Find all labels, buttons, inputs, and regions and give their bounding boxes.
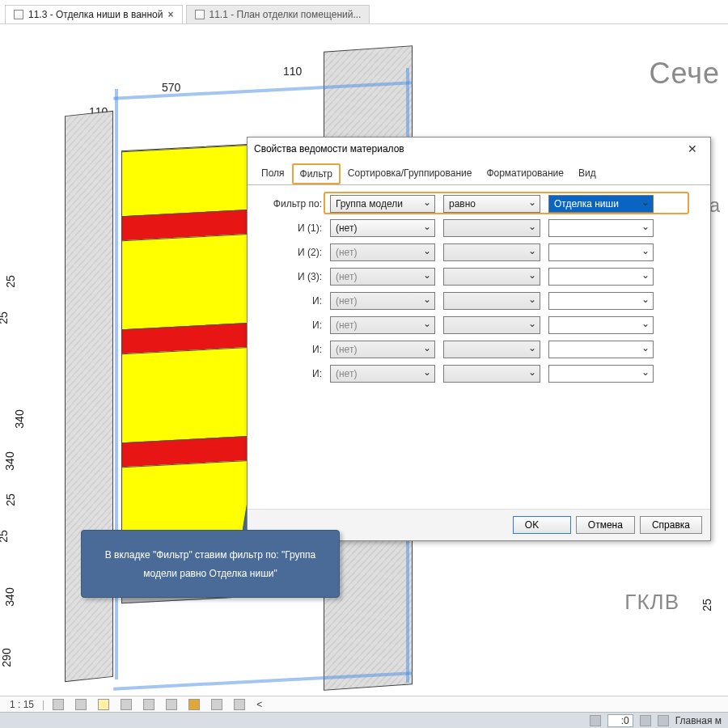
tab-sort[interactable]: Сортировка/Группирование: [341, 163, 480, 184]
filter-value-select[interactable]: [548, 219, 654, 237]
filter-label: И (3):: [259, 271, 322, 282]
dim-label: 25: [4, 275, 17, 288]
filter-row-4: И: (нет): [259, 292, 699, 310]
filter-row-6: И: (нет): [259, 341, 699, 358]
tab-view[interactable]: Вид: [571, 163, 603, 184]
dialog-tabs: Поля Фильтр Сортировка/Группирование Фор…: [248, 160, 710, 185]
filter-value-select[interactable]: [548, 365, 654, 383]
filter-op-select[interactable]: [443, 243, 540, 261]
status-bar: :0 Главная м: [0, 712, 728, 728]
filter-value-select[interactable]: [548, 243, 654, 261]
tab-filter[interactable]: Фильтр: [292, 163, 341, 184]
filter-field-select[interactable]: (нет): [330, 243, 435, 261]
bg-text: Сече: [649, 57, 720, 91]
help-button[interactable]: Справка: [640, 516, 702, 534]
dim-label: 25: [4, 493, 17, 506]
filter-panel: Фильтр по: Группа модели равно Отделка н…: [248, 185, 710, 509]
filter-row-7: И: (нет): [259, 365, 699, 383]
dim-label: 25: [0, 530, 10, 543]
doc-tab-label: 11.1 - План отделки помещений...: [210, 9, 362, 20]
filter-field-select[interactable]: (нет): [330, 292, 435, 310]
filter-op-select[interactable]: [443, 341, 540, 358]
filter-field-select[interactable]: (нет): [330, 365, 435, 383]
doc-tab-active[interactable]: 11.3 - Отделка ниши в ванной ×: [5, 5, 183, 23]
filter-field-select[interactable]: (нет): [330, 316, 435, 334]
sun-path-icon[interactable]: [95, 699, 112, 710]
tab-fields[interactable]: Поля: [254, 163, 292, 184]
filter-op-select[interactable]: равно: [443, 195, 540, 213]
dim-label: 290: [0, 648, 13, 667]
drawing-canvas[interactable]: Сече ка ГКЛВ 570 110 110 25 25 340 340 2…: [0, 24, 728, 696]
filter-op-select[interactable]: [443, 292, 540, 310]
select-icon[interactable]: [590, 715, 601, 726]
filter-op-select[interactable]: [443, 316, 540, 334]
temporary-hide-icon[interactable]: [208, 699, 226, 710]
workset-icon[interactable]: [658, 715, 669, 726]
crop-show-icon[interactable]: [163, 699, 180, 710]
dialog-title: Свойства ведомости материалов: [254, 143, 404, 154]
bg-text: ГКЛВ: [624, 590, 679, 615]
dim-label: 340: [3, 587, 16, 606]
doc-tab-label: 11.3 - Отделка ниши в ванной: [28, 9, 163, 20]
annotation-callout: В вкладке "Фильтр" ставим фильтр по: "Гр…: [81, 530, 340, 598]
view-scale[interactable]: 1 : 15: [6, 699, 37, 710]
filter-row-1: И (1): (нет): [259, 219, 699, 237]
reveal-icon[interactable]: [231, 699, 248, 710]
filter-field-select[interactable]: (нет): [330, 219, 435, 237]
dialog-titlebar[interactable]: Свойства ведомости материалов ✕: [248, 138, 710, 160]
filter-label: И:: [259, 368, 322, 379]
shadows-icon[interactable]: [117, 699, 135, 710]
filter-label: И (2):: [259, 247, 322, 258]
cancel-button[interactable]: Отмена: [576, 516, 635, 534]
detail-level-icon[interactable]: [49, 699, 67, 710]
dim-label: 25: [700, 599, 713, 612]
filter-value-select[interactable]: [548, 341, 654, 358]
ok-button[interactable]: OK: [513, 516, 571, 534]
filter-row-3: И (3): (нет): [259, 268, 699, 286]
close-icon[interactable]: ×: [168, 9, 174, 20]
filter-row-2: И (2): (нет): [259, 243, 699, 261]
filter-label: Фильтр по:: [259, 198, 322, 210]
filter-field-select[interactable]: (нет): [330, 341, 435, 358]
filter-icon[interactable]: [640, 715, 651, 726]
filter-field-select[interactable]: (нет): [330, 268, 435, 286]
view-control-bar: 1 : 15 | <: [0, 696, 728, 712]
status-label: Главная м: [675, 715, 722, 726]
dim-label: 25: [0, 311, 10, 324]
filter-op-select[interactable]: [443, 219, 540, 237]
doc-icon: [195, 10, 205, 19]
doc-icon: [14, 10, 23, 19]
dim-label: 340: [3, 451, 16, 470]
doc-tab-inactive[interactable]: 11.1 - План отделки помещений...: [186, 5, 370, 23]
lock-icon[interactable]: [185, 699, 203, 710]
filter-label: И:: [259, 295, 322, 307]
filter-value-select[interactable]: [548, 268, 654, 286]
visual-style-icon[interactable]: [72, 699, 90, 710]
filter-op-select[interactable]: [443, 268, 540, 286]
document-tabs: 11.3 - Отделка ниши в ванной × 11.1 - Пл…: [0, 0, 728, 24]
schedule-properties-dialog: Свойства ведомости материалов ✕ Поля Фил…: [247, 137, 711, 541]
callout-text: В вкладке "Фильтр" ставим фильтр по: "Гр…: [105, 549, 316, 579]
chevron-icon[interactable]: <: [253, 699, 265, 710]
filter-label: И (1):: [259, 222, 322, 234]
filter-label: И:: [259, 320, 322, 331]
close-icon[interactable]: ✕: [681, 142, 704, 155]
filter-field-select[interactable]: Группа модели: [330, 195, 435, 213]
filter-row-5: И: (нет): [259, 316, 699, 334]
filter-value-select[interactable]: [548, 316, 654, 334]
filter-label: И:: [259, 344, 322, 355]
tab-format[interactable]: Форматирование: [479, 163, 571, 184]
filter-value-select[interactable]: [548, 292, 654, 310]
selection-count[interactable]: :0: [607, 714, 633, 727]
dim-label: 340: [13, 409, 26, 428]
filter-op-select[interactable]: [443, 365, 540, 383]
crop-icon[interactable]: [140, 699, 158, 710]
filter-value-select[interactable]: Отделка ниши: [548, 195, 654, 213]
